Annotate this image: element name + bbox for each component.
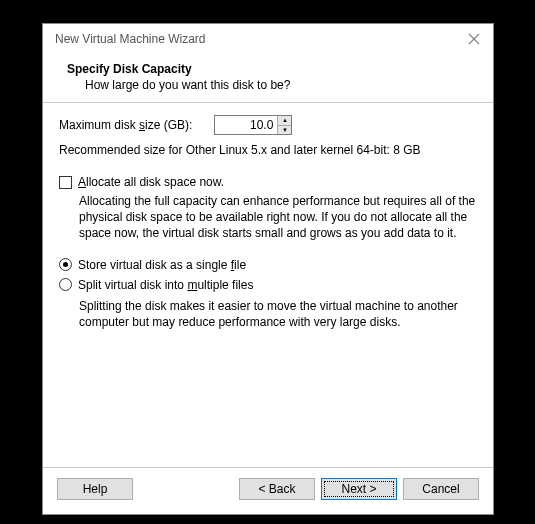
radio-selected-icon xyxy=(63,262,68,267)
footer: Help < Back Next > Cancel xyxy=(43,468,493,514)
allocate-checkbox-row[interactable]: Allocate all disk space now. xyxy=(59,175,477,189)
spinner-up-icon[interactable]: ▲ xyxy=(278,116,291,126)
split-multiple-label: Split virtual disk into multiple files xyxy=(78,278,253,292)
page-title: Specify Disk Capacity xyxy=(43,62,493,76)
wizard-window: New Virtual Machine Wizard Specify Disk … xyxy=(42,23,494,515)
close-icon[interactable] xyxy=(467,32,481,46)
spinner-down-icon[interactable]: ▼ xyxy=(278,126,291,135)
disk-size-input[interactable] xyxy=(215,116,277,134)
disk-size-label: Maximum disk size (GB): xyxy=(59,118,192,132)
disk-size-row: Maximum disk size (GB): ▲ ▼ xyxy=(59,115,477,135)
split-multiple-radio-row[interactable]: Split virtual disk into multiple files xyxy=(59,278,477,292)
next-button[interactable]: Next > xyxy=(321,478,397,500)
back-button[interactable]: < Back xyxy=(239,478,315,500)
split-multiple-radio[interactable] xyxy=(59,278,72,291)
allocate-label: Allocate all disk space now. xyxy=(78,175,224,189)
content-area: Maximum disk size (GB): ▲ ▼ Recommended … xyxy=(43,103,493,467)
help-button[interactable]: Help xyxy=(57,478,133,500)
allocate-checkbox[interactable] xyxy=(59,176,72,189)
window-title: New Virtual Machine Wizard xyxy=(55,32,467,46)
store-single-radio-row[interactable]: Store virtual disk as a single file xyxy=(59,258,477,272)
store-single-label: Store virtual disk as a single file xyxy=(78,258,246,272)
store-single-radio[interactable] xyxy=(59,258,72,271)
split-description: Splitting the disk makes it easier to mo… xyxy=(59,298,477,330)
page-subtitle: How large do you want this disk to be? xyxy=(43,76,493,92)
titlebar: New Virtual Machine Wizard xyxy=(43,24,493,54)
recommended-text: Recommended size for Other Linux 5.x and… xyxy=(59,143,477,157)
wizard-header: Specify Disk Capacity How large do you w… xyxy=(43,54,493,103)
allocate-description: Allocating the full capacity can enhance… xyxy=(59,193,477,242)
disk-size-spinner[interactable]: ▲ ▼ xyxy=(214,115,292,135)
cancel-button[interactable]: Cancel xyxy=(403,478,479,500)
